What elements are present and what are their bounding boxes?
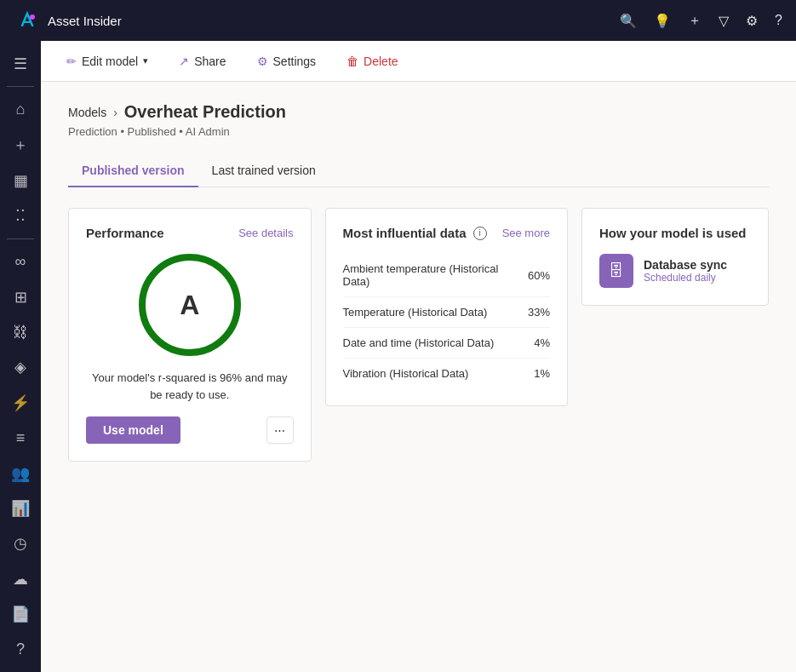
help-icon[interactable]: ?	[775, 13, 782, 28]
data-value-0: 60%	[528, 269, 550, 282]
database-sync-icon: 🗄	[599, 254, 633, 288]
delete-icon: 🗑	[346, 55, 358, 68]
usage-title: Database sync	[644, 258, 727, 272]
performance-grade: A	[180, 290, 199, 321]
app-logo: Asset Insider	[14, 7, 122, 34]
settings-icon[interactable]: ⚙	[746, 13, 758, 29]
see-details-link[interactable]: See details	[238, 227, 293, 239]
search-icon[interactable]: 🔍	[620, 13, 637, 29]
breadcrumb-current: Overheat Prediction	[124, 102, 286, 122]
card-actions: Use model ⋯	[86, 416, 294, 444]
data-row-3: Vibration (Historical Data) 1%	[343, 359, 551, 388]
performance-card-title: Performance	[86, 226, 164, 240]
settings-gear-icon: ⚙	[257, 55, 268, 68]
influential-data-title: Most influential data	[343, 226, 467, 240]
edit-model-label: Edit model	[82, 55, 138, 68]
performance-card-header: Performance See details	[86, 226, 294, 240]
main-layout: ☰ ⌂ ＋ ▦ ⁚⁚ ∞ ⊞ ⛓ ◈ ⚡ ≡ 👥 📊 ◷ ☁ 📄 ? ✏ Edi…	[0, 41, 796, 672]
filter-icon[interactable]: ▽	[719, 13, 729, 29]
data-row-0: Ambient temperature (Historical Data) 60…	[343, 254, 551, 297]
top-nav: Asset Insider 🔍 💡 ＋ ▽ ⚙ ?	[0, 0, 796, 41]
database-icon: 🗄	[609, 262, 624, 280]
model-usage-card: How your model is used 🗄 Database sync S…	[581, 208, 769, 306]
data-label-3: Vibration (Historical Data)	[343, 367, 469, 380]
edit-model-button[interactable]: ✏ Edit model ▾	[61, 51, 153, 72]
tabs: Published version Last trained version	[68, 155, 769, 187]
see-more-link[interactable]: See more	[502, 227, 550, 239]
data-label-2: Date and time (Historical Data)	[343, 336, 495, 349]
share-label: Share	[194, 55, 226, 68]
share-button[interactable]: ↗ Share	[174, 51, 231, 72]
sidebar-item-table[interactable]: ⊞	[3, 281, 37, 313]
content-area: ✏ Edit model ▾ ↗ Share ⚙ Settings 🗑 Dele…	[41, 41, 796, 672]
delete-button[interactable]: 🗑 Delete	[341, 51, 403, 72]
sidebar-item-doc[interactable]: 📄	[3, 598, 37, 629]
sidebar-item-plus[interactable]: ＋	[3, 129, 37, 161]
chevron-down-icon: ▾	[143, 55, 148, 66]
tab-published-version[interactable]: Published version	[68, 155, 198, 187]
performance-circle-container: A	[86, 254, 294, 356]
sidebar-item-home[interactable]: ⌂	[3, 94, 37, 125]
settings-button[interactable]: ⚙ Settings	[252, 51, 322, 72]
data-label-1: Temperature (Historical Data)	[343, 306, 488, 319]
influential-data-header: Most influential data i See more	[343, 226, 551, 240]
usage-info: Database sync Scheduled daily	[644, 258, 727, 284]
breadcrumb: Models › Overheat Prediction	[68, 102, 769, 122]
app-title: Asset Insider	[48, 14, 122, 28]
model-usage-header: How your model is used	[599, 226, 751, 240]
delete-label: Delete	[364, 55, 398, 68]
top-nav-icons: 🔍 💡 ＋ ▽ ⚙ ?	[620, 12, 782, 30]
info-icon[interactable]: i	[473, 227, 487, 240]
performance-circle: A	[139, 254, 241, 356]
toolbar: ✏ Edit model ▾ ↗ Share ⚙ Settings 🗑 Dele…	[41, 41, 796, 82]
sidebar-item-grid[interactable]: ▦	[3, 164, 37, 196]
plus-icon[interactable]: ＋	[688, 12, 702, 30]
data-label-0: Ambient temperature (Historical Data)	[343, 262, 528, 288]
sidebar-divider-2	[7, 238, 34, 239]
data-value-3: 1%	[534, 367, 550, 380]
sidebar-item-list[interactable]: ≡	[3, 422, 37, 453]
data-row-1: Temperature (Historical Data) 33%	[343, 297, 551, 328]
data-value-2: 4%	[534, 336, 550, 349]
sidebar-item-org[interactable]: ◈	[3, 352, 37, 383]
sidebar-item-people[interactable]: ∞	[3, 246, 37, 278]
sidebar-item-apps[interactable]: ⁚⁚	[3, 199, 37, 231]
influential-data-card: Most influential data i See more Ambient…	[325, 208, 569, 406]
sidebar-item-clock[interactable]: ◷	[3, 528, 37, 560]
share-icon: ↗	[179, 55, 189, 68]
data-row-2: Date and time (Historical Data) 4%	[343, 328, 551, 359]
sidebar-item-help[interactable]: ?	[3, 634, 37, 665]
performance-card: Performance See details A Your model's r…	[68, 208, 312, 462]
sidebar: ☰ ⌂ ＋ ▦ ⁚⁚ ∞ ⊞ ⛓ ◈ ⚡ ≡ 👥 📊 ◷ ☁ 📄 ?	[0, 41, 41, 672]
breadcrumb-separator: ›	[113, 106, 117, 119]
bulb-icon[interactable]: 💡	[654, 13, 671, 29]
logo-svg	[14, 7, 41, 34]
usage-subtitle: Scheduled daily	[644, 272, 727, 284]
edit-icon: ✏	[66, 55, 77, 68]
sidebar-item-analytics[interactable]: 📊	[3, 492, 37, 524]
sidebar-item-cloud[interactable]: ☁	[3, 563, 37, 594]
model-usage-item: 🗄 Database sync Scheduled daily	[599, 254, 751, 288]
cards-row: Performance See details A Your model's r…	[68, 208, 769, 462]
use-model-button[interactable]: Use model	[86, 416, 180, 444]
sidebar-item-hamburger[interactable]: ☰	[3, 48, 37, 79]
settings-label: Settings	[273, 55, 317, 68]
model-usage-title: How your model is used	[599, 226, 747, 240]
svg-point-1	[30, 14, 35, 20]
more-options-button[interactable]: ⋯	[266, 416, 294, 444]
sidebar-item-chain[interactable]: ⛓	[3, 316, 37, 347]
page-meta: Prediction • Published • AI Admin	[68, 125, 769, 138]
breadcrumb-parent[interactable]: Models	[68, 106, 106, 119]
data-value-1: 33%	[528, 306, 550, 319]
performance-description: Your model's r-squared is 96% and may be…	[86, 370, 294, 403]
sidebar-item-lightning[interactable]: ⚡	[3, 387, 37, 418]
influential-data-rows: Ambient temperature (Historical Data) 60…	[343, 254, 551, 388]
page-content: Models › Overheat Prediction Prediction …	[41, 82, 796, 672]
sidebar-item-users[interactable]: 👥	[3, 457, 37, 489]
sidebar-divider-1	[7, 86, 34, 87]
tab-last-trained-version[interactable]: Last trained version	[198, 155, 329, 187]
